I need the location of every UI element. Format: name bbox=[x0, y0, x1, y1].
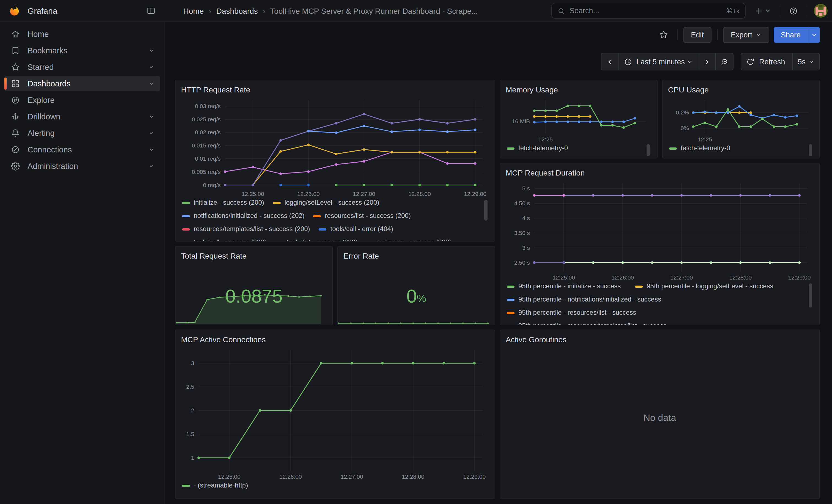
chevron-down-icon[interactable] bbox=[148, 130, 155, 136]
avatar[interactable] bbox=[814, 4, 828, 18]
svg-text:12:28:00: 12:28:00 bbox=[408, 191, 431, 197]
time-shift-back-button[interactable] bbox=[601, 53, 619, 71]
grafana-logo-icon bbox=[9, 5, 21, 17]
export-button[interactable]: Export bbox=[723, 27, 769, 43]
cpu-usage-chart[interactable]: 0.2%0%12:25 bbox=[668, 96, 814, 143]
chevron-down-icon bbox=[808, 59, 814, 65]
sidebar-item-connections[interactable]: Connections bbox=[4, 142, 160, 157]
refresh-button[interactable]: Refresh bbox=[741, 53, 793, 71]
time-shift-forward-button[interactable] bbox=[698, 53, 716, 71]
chevron-down-icon bbox=[811, 32, 817, 38]
sidebar-toggle-button[interactable] bbox=[144, 4, 157, 17]
legend-swatch bbox=[507, 147, 515, 150]
stat-unit: % bbox=[417, 293, 426, 305]
edit-button[interactable]: Edit bbox=[683, 27, 711, 43]
breadcrumb-item[interactable]: Home bbox=[183, 6, 204, 15]
star-button[interactable] bbox=[655, 26, 672, 43]
legend-label: unknown - success (200) bbox=[378, 238, 451, 241]
compass-icon bbox=[11, 96, 20, 105]
topbar-actions: ⌘+k bbox=[551, 2, 832, 19]
chevron-down-icon[interactable] bbox=[148, 47, 155, 54]
http-request-rate-chart[interactable]: 0 req/s0.005 req/s0.01 req/s0.015 req/s0… bbox=[181, 96, 489, 198]
svg-text:0.015 req/s: 0.015 req/s bbox=[192, 142, 220, 149]
legend-item[interactable]: 95th percentile - notifications/initiali… bbox=[507, 295, 697, 304]
legend-item[interactable]: - (streamable-http) bbox=[182, 481, 248, 490]
breadcrumb-separator: › bbox=[209, 6, 211, 15]
legend-item[interactable]: 95th percentile - initialize - success bbox=[507, 282, 621, 291]
zoom-out-button[interactable] bbox=[716, 53, 734, 71]
sidebar-item-explore[interactable]: Explore bbox=[4, 92, 160, 108]
chevron-down-icon[interactable] bbox=[148, 80, 155, 87]
legend-swatch bbox=[635, 285, 643, 288]
legend-item[interactable]: initialize - success (200) bbox=[182, 198, 264, 207]
sidebar-nav: HomeBookmarksStarredDashboardsExploreDri… bbox=[4, 26, 160, 174]
legend-item[interactable]: tools/list - success (200) bbox=[275, 238, 357, 241]
legend-scrollbar[interactable] bbox=[484, 200, 488, 221]
dashboard-actions: Edit Export Share bbox=[655, 26, 820, 43]
legend-item[interactable]: 95th percentile - logging/setLevel - suc… bbox=[635, 282, 773, 291]
breadcrumb: Home›Dashboards›ToolHive MCP Server & Pr… bbox=[165, 6, 478, 15]
share-button[interactable]: Share bbox=[774, 27, 808, 43]
refresh-interval-picker[interactable]: 5s bbox=[792, 53, 820, 71]
time-range-picker[interactable]: Last 5 minutes bbox=[618, 53, 699, 71]
sidebar-item-dashboards[interactable]: Dashboards bbox=[4, 76, 160, 91]
legend-label: 95th percentile - notifications/initiali… bbox=[518, 295, 661, 304]
help-button[interactable] bbox=[786, 2, 801, 19]
legend-swatch bbox=[182, 228, 190, 230]
legend-scrollbar[interactable] bbox=[647, 144, 650, 156]
dashboard-main: Edit Export Share Last 5 minutes bbox=[165, 22, 832, 504]
legend-item[interactable]: logging/setLevel - success (200) bbox=[273, 198, 379, 207]
svg-text:0.005 req/s: 0.005 req/s bbox=[192, 169, 220, 175]
time-range-group: Last 5 minutes bbox=[601, 53, 734, 71]
legend-item[interactable]: 95th percentile - resources/templates/li… bbox=[507, 322, 667, 325]
legend-label: - (streamable-http) bbox=[194, 481, 248, 490]
svg-text:12:29:00: 12:29:00 bbox=[463, 474, 486, 480]
chevron-down-icon[interactable] bbox=[148, 113, 155, 120]
legend-item[interactable]: fetch-telemetry-0 bbox=[507, 144, 568, 152]
legend-item[interactable]: tools/call - success (200) bbox=[182, 238, 266, 241]
sidebar-item-home[interactable]: Home bbox=[4, 26, 160, 42]
sidebar-item-label: Alerting bbox=[27, 129, 148, 137]
svg-text:12:29:00: 12:29:00 bbox=[788, 274, 811, 281]
share-menu-button[interactable] bbox=[808, 27, 820, 43]
sidebar-item-label: Drilldown bbox=[27, 112, 148, 121]
zoom-out-icon bbox=[721, 57, 729, 66]
breadcrumb-item[interactable]: Dashboards bbox=[216, 6, 258, 15]
add-button[interactable] bbox=[751, 2, 774, 19]
sidebar-item-alerting[interactable]: Alerting bbox=[4, 126, 160, 141]
legend-swatch bbox=[507, 298, 515, 301]
legend-item[interactable]: resources/templates/list - success (200) bbox=[182, 225, 310, 233]
legend-label: fetch-telemetry-0 bbox=[518, 144, 568, 152]
memory-usage-chart[interactable]: 16 MiB12:25 bbox=[506, 96, 651, 143]
legend-item[interactable]: tools/call - error (404) bbox=[319, 225, 393, 233]
svg-text:12:28:00: 12:28:00 bbox=[729, 274, 752, 281]
panel-title: MCP Active Connections bbox=[181, 334, 489, 346]
svg-text:12:29:00: 12:29:00 bbox=[464, 191, 487, 197]
legend-label: notifications/initialized - success (202… bbox=[194, 212, 305, 220]
search-input[interactable] bbox=[570, 7, 726, 15]
search-box[interactable]: ⌘+k bbox=[551, 3, 746, 19]
legend-item[interactable]: fetch-telemetry-0 bbox=[669, 144, 730, 152]
svg-text:12:26:00: 12:26:00 bbox=[279, 474, 302, 480]
svg-text:12:26:00: 12:26:00 bbox=[612, 274, 634, 281]
panel-mcp-active-connections: MCP Active Connections 32.521.5112:25:00… bbox=[175, 329, 495, 499]
brand-name: Grafana bbox=[27, 6, 144, 16]
legend-scrollbar[interactable] bbox=[809, 144, 812, 156]
chevron-down-icon bbox=[755, 32, 761, 38]
legend-item[interactable]: notifications/initialized - success (202… bbox=[182, 212, 305, 220]
legend-item[interactable]: resources/list - success (200) bbox=[313, 212, 411, 220]
legend-scrollbar[interactable] bbox=[809, 283, 812, 308]
sidebar-item-starred[interactable]: Starred bbox=[4, 59, 160, 75]
mcp-request-duration-chart[interactable]: 5 s4.50 s4 s3.50 s3 s2.50 s12:25:0012:26… bbox=[506, 179, 814, 282]
sidebar-item-bookmarks[interactable]: Bookmarks bbox=[4, 43, 160, 58]
search-icon bbox=[557, 7, 565, 15]
chevron-down-icon[interactable] bbox=[148, 163, 155, 169]
mcp-active-connections-chart[interactable]: 32.521.5112:25:0012:26:0012:27:0012:28:0… bbox=[181, 346, 489, 481]
legend-item[interactable]: 95th percentile - resources/list - succe… bbox=[507, 309, 636, 317]
svg-text:0.03 req/s: 0.03 req/s bbox=[195, 103, 220, 109]
sidebar-item-administration[interactable]: Administration bbox=[4, 158, 160, 174]
legend-item[interactable]: unknown - success (200) bbox=[366, 238, 451, 241]
chevron-down-icon[interactable] bbox=[148, 64, 155, 71]
chevron-down-icon[interactable] bbox=[148, 147, 155, 153]
sidebar-item-drilldown[interactable]: Drilldown bbox=[4, 109, 160, 124]
